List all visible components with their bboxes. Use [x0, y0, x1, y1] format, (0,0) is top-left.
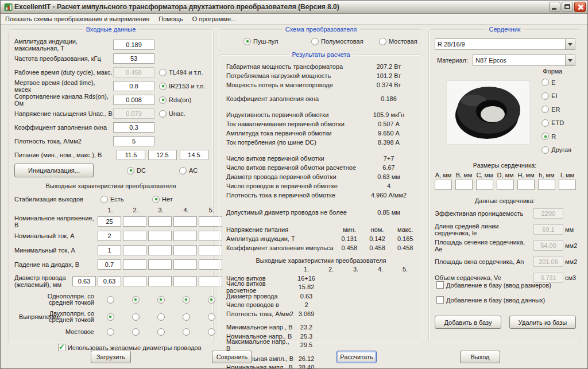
dc-radio[interactable]	[127, 167, 134, 174]
nominal-voltage-3[interactable]	[148, 216, 172, 227]
unas-radio[interactable]	[159, 110, 167, 118]
induction-amplitude-input[interactable]	[113, 40, 154, 50]
dim-c-input[interactable]	[476, 180, 493, 190]
use-diameters-checkbox[interactable]	[58, 344, 65, 351]
checkbox-label: Добавление в базу (ввод размеров)	[446, 282, 551, 289]
unipolar-radio-5[interactable]	[208, 296, 215, 304]
rds-on-input[interactable]	[113, 95, 154, 105]
nominal-current-1[interactable]	[98, 231, 121, 241]
add-to-db-button[interactable]: Добавить в базу	[435, 316, 501, 329]
shape-other-radio[interactable]	[541, 146, 549, 154]
field-label: Стабилизация выходов	[14, 196, 100, 203]
bipolar-radio-3[interactable]	[157, 313, 165, 321]
bridge-scheme-radio[interactable]	[379, 38, 386, 45]
core-data-row: Длина средней линии сердечника, leмм	[435, 222, 578, 238]
menu-about[interactable]: О программе...	[188, 14, 241, 24]
load-button[interactable]: Загрузить	[91, 351, 131, 363]
min-current-3[interactable]	[148, 245, 172, 255]
rectification-row-unipolar: Однополярн. сосредней точкой	[9, 291, 213, 308]
wire-diameter-1[interactable]	[98, 276, 121, 286]
menu-help[interactable]: Помощь	[154, 14, 188, 24]
result-row: Число витков первичной обмотки7+7	[219, 154, 423, 163]
bipolar-radio-4[interactable]	[183, 313, 190, 321]
radio-label: IR2153 и т.п.	[169, 83, 206, 90]
dim-d-input[interactable]	[497, 180, 514, 190]
bipolar-radio-5[interactable]	[208, 313, 215, 321]
unipolar-radio-4[interactable]	[183, 296, 190, 304]
window-fill-factor-input[interactable]	[113, 122, 154, 133]
result-value: 4	[358, 182, 419, 189]
unipolar-radio-2[interactable]	[132, 296, 140, 304]
shape-e-radio[interactable]	[541, 79, 549, 86]
input-row: Частота преобразования, кГц	[14, 52, 208, 65]
half-bridge-radio[interactable]	[311, 38, 319, 45]
bridge-radio-4[interactable]	[183, 328, 190, 336]
dim-a-input[interactable]	[435, 180, 452, 190]
bridge-radio-2[interactable]	[132, 328, 140, 336]
nominal-voltage-1[interactable]	[98, 216, 121, 227]
diode-drop-4[interactable]	[173, 259, 197, 270]
tl494-radio[interactable]	[159, 69, 167, 76]
dim-h-input[interactable]	[517, 180, 535, 190]
bipolar-radio-2[interactable]	[132, 313, 140, 321]
wire-diameter-3[interactable]	[148, 276, 172, 286]
supply-max-input[interactable]	[180, 150, 208, 160]
add-sizes-checkbox[interactable]	[436, 281, 444, 289]
unipolar-radio-3[interactable]	[157, 296, 165, 304]
field-label: Мертвое время (dead time), мксек	[14, 79, 113, 93]
supply-nom-input[interactable]	[148, 150, 177, 160]
stab-no-radio[interactable]	[152, 196, 160, 203]
diode-drop-3[interactable]	[148, 259, 172, 270]
ir2153-radio[interactable]	[159, 83, 167, 90]
core-panel-title: Сердечник	[486, 26, 524, 33]
wire-diameter-4[interactable]	[173, 276, 197, 286]
shape-ei-radio[interactable]	[541, 92, 549, 100]
dim-b-input[interactable]	[455, 180, 473, 190]
rds-on-radio[interactable]	[159, 96, 167, 104]
frequency-input[interactable]	[113, 53, 154, 64]
nominal-current-3[interactable]	[148, 231, 172, 241]
ac-radio[interactable]	[179, 167, 187, 174]
supply-min-input[interactable]	[117, 150, 145, 160]
maximize-button[interactable]	[562, 2, 573, 12]
dead-time-input[interactable]	[113, 81, 154, 91]
add-data-checkbox[interactable]	[436, 296, 444, 304]
shape-etd-radio[interactable]	[541, 119, 549, 127]
min-current-4[interactable]	[173, 245, 197, 255]
dim-h2-input[interactable]	[538, 180, 555, 190]
diode-drop-1[interactable]	[98, 259, 121, 270]
initialization-button[interactable]: Инициализация...	[14, 164, 94, 177]
unipolar-radio-1[interactable]	[107, 296, 114, 304]
core-model-select[interactable]: R 28/16/9	[435, 38, 575, 50]
bridge-radio-5[interactable]	[208, 328, 215, 336]
menu-show-schemes[interactable]: Показать схемы преобразования и выпрямле…	[1, 14, 154, 24]
nominal-current-4[interactable]	[173, 231, 197, 241]
diode-drop-2[interactable]	[123, 259, 146, 270]
dropdown-button[interactable]	[565, 39, 575, 49]
calculate-button[interactable]: Рассчитать	[336, 351, 377, 363]
material-select[interactable]: N87 Epcos	[473, 55, 575, 66]
current-density-input[interactable]	[113, 136, 154, 146]
dim-i-input[interactable]	[559, 180, 576, 190]
nominal-current-2[interactable]	[123, 231, 146, 241]
save-button[interactable]: Сохранить	[212, 351, 252, 363]
bipolar-radio-1[interactable]	[107, 313, 114, 321]
wire-diameter-0[interactable]	[72, 276, 96, 286]
nominal-voltage-4[interactable]	[173, 216, 197, 227]
close-button[interactable]	[574, 2, 586, 12]
minimize-button[interactable]	[549, 2, 560, 12]
stab-yes-radio[interactable]	[100, 196, 108, 203]
min-current-1[interactable]	[98, 245, 121, 255]
exit-button[interactable]: Выход	[460, 351, 500, 363]
wire-diameter-2[interactable]	[123, 276, 146, 286]
min-current-2[interactable]	[123, 245, 146, 255]
dropdown-button[interactable]	[565, 55, 575, 65]
shape-r-radio[interactable]	[541, 133, 549, 140]
bridge-radio-1[interactable]	[107, 328, 114, 336]
nominal-voltage-2[interactable]	[123, 216, 146, 227]
title-bar[interactable]: ExcellentIT - Расчет импульсного трансфо…	[1, 1, 587, 14]
delete-from-db-button[interactable]: Удалить из базы	[509, 316, 576, 329]
bridge-radio-3[interactable]	[157, 328, 165, 336]
shape-er-radio[interactable]	[541, 106, 549, 113]
push-pull-radio[interactable]	[243, 38, 251, 45]
